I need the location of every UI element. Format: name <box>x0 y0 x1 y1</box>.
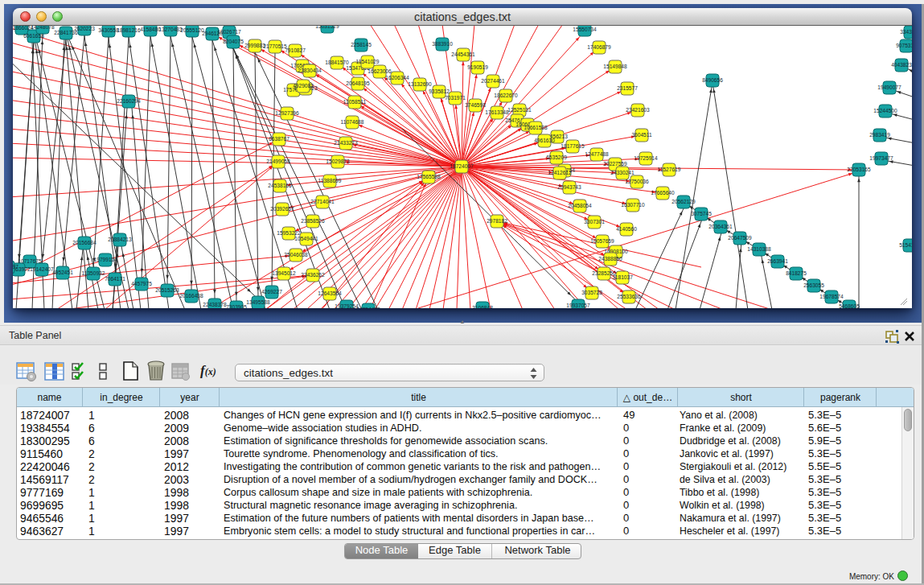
svg-text:2315577: 2315577 <box>617 85 638 91</box>
svg-text:19799114: 19799114 <box>94 257 117 262</box>
svg-text:2258145: 2258145 <box>351 42 372 47</box>
svg-text:20647509: 20647509 <box>728 235 752 241</box>
svg-text:4457975: 4457975 <box>131 281 152 286</box>
svg-text:9075310: 9075310 <box>896 43 912 48</box>
svg-text:22714041: 22714041 <box>310 199 335 204</box>
svg-text:11541029: 11541029 <box>356 59 380 64</box>
svg-text:3883910: 3883910 <box>432 41 453 47</box>
svg-text:17406879: 17406879 <box>587 44 611 50</box>
svg-text:3604511: 3604511 <box>631 132 652 138</box>
svg-text:2983419: 2983419 <box>869 132 890 138</box>
svg-text:14310388: 14310388 <box>747 246 771 252</box>
svg-text:19379254: 19379254 <box>335 303 359 308</box>
svg-text:5468605: 5468605 <box>839 303 860 308</box>
svg-text:19937057: 19937057 <box>566 303 590 308</box>
svg-text:6638767: 6638767 <box>269 136 290 142</box>
svg-text:4140560: 4140560 <box>616 226 637 232</box>
svg-text:12927396: 12927396 <box>275 110 299 116</box>
svg-text:9335812: 9335812 <box>429 89 450 94</box>
svg-text:18724007: 18724007 <box>450 163 474 169</box>
svg-text:4961630: 4961630 <box>534 138 555 143</box>
svg-text:2563055: 2563055 <box>803 282 824 288</box>
svg-text:19490077: 19490077 <box>877 84 901 90</box>
svg-text:4158480: 4158480 <box>140 27 161 32</box>
svg-text:8418275: 8418275 <box>786 270 807 276</box>
svg-text:14248078: 14248078 <box>31 26 55 30</box>
svg-text:10057659: 10057659 <box>590 238 614 244</box>
svg-text:15149848: 15149848 <box>603 64 627 69</box>
svg-text:24538166: 24538166 <box>268 183 292 188</box>
svg-text:2978182: 2978182 <box>487 218 507 224</box>
svg-text:16307710: 16307710 <box>621 202 645 208</box>
svg-text:5840397: 5840397 <box>13 264 18 270</box>
svg-text:20166438: 20166438 <box>179 293 203 299</box>
svg-text:11388699: 11388699 <box>318 178 342 183</box>
svg-text:12477488: 12477488 <box>585 151 609 157</box>
svg-text:18981216: 18981216 <box>117 27 141 33</box>
svg-text:9190519: 9190519 <box>467 64 488 70</box>
svg-text:12525131: 12525131 <box>507 107 532 113</box>
svg-text:18622670: 18622670 <box>494 93 518 98</box>
svg-text:3343959: 3343959 <box>900 29 912 35</box>
svg-text:24388850: 24388850 <box>598 256 622 262</box>
svg-text:2663941: 2663941 <box>767 258 788 264</box>
svg-text:17565588: 17565588 <box>417 174 441 179</box>
svg-text:20458054: 20458054 <box>568 203 592 208</box>
svg-text:20515263: 20515263 <box>155 287 179 293</box>
svg-text:7064171: 7064171 <box>105 276 125 282</box>
svg-text:3106848: 3106848 <box>472 305 493 308</box>
svg-text:22053165: 22053165 <box>847 167 871 172</box>
svg-text:20555120: 20555120 <box>180 27 204 33</box>
svg-text:4043823: 4043823 <box>891 62 912 68</box>
svg-text:11058511: 11058511 <box>343 99 367 105</box>
svg-text:23858526: 23858526 <box>301 218 325 224</box>
svg-text:21433273: 21433273 <box>334 140 358 146</box>
svg-text:22160294: 22160294 <box>117 98 141 104</box>
svg-text:15953222: 15953222 <box>277 230 301 236</box>
svg-text:23884213: 23884213 <box>108 237 132 242</box>
svg-text:2620223: 2620223 <box>74 26 95 31</box>
svg-text:4952451: 4952451 <box>52 270 73 275</box>
svg-text:23830434: 23830434 <box>298 68 322 73</box>
svg-text:24894472: 24894472 <box>356 307 380 308</box>
svg-text:20227559: 20227559 <box>603 161 627 167</box>
svg-text:17613348: 17613348 <box>485 109 509 115</box>
svg-text:24454361: 24454361 <box>451 51 475 57</box>
svg-text:25533636: 25533636 <box>617 294 641 299</box>
svg-text:25046038: 25046038 <box>284 252 308 257</box>
svg-text:13945012: 13945012 <box>272 270 296 276</box>
svg-text:19678574: 19678574 <box>819 294 844 299</box>
svg-text:11074688: 11074688 <box>341 119 364 125</box>
svg-text:10661588: 10661588 <box>524 125 548 130</box>
svg-text:16206344: 16206344 <box>385 75 409 80</box>
svg-text:23421603: 23421603 <box>626 107 650 113</box>
svg-text:20364361: 20364361 <box>708 224 733 229</box>
svg-text:13495588: 13495588 <box>246 299 270 305</box>
svg-text:12412612: 12412612 <box>548 170 572 175</box>
svg-text:16623006: 16623006 <box>368 68 392 74</box>
svg-text:13270483: 13270483 <box>158 27 183 32</box>
svg-text:2999883: 2999883 <box>244 43 265 48</box>
svg-text:20156684: 20156684 <box>72 240 97 245</box>
svg-text:3035728: 3035728 <box>581 290 602 295</box>
svg-text:18841570: 18841570 <box>325 60 349 65</box>
svg-text:20392657: 20392657 <box>270 206 294 212</box>
svg-text:15029873: 15029873 <box>326 159 350 164</box>
svg-text:11350932: 11350932 <box>82 270 105 276</box>
svg-text:3430558: 3430558 <box>98 27 119 33</box>
svg-text:23436262: 23436262 <box>301 272 325 278</box>
svg-text:19973477: 19973477 <box>869 155 893 161</box>
svg-text:20562129: 20562129 <box>671 199 696 204</box>
svg-text:20943743: 20943743 <box>557 184 581 190</box>
svg-text:5154104: 5154104 <box>899 242 912 248</box>
svg-text:17665640: 17665640 <box>651 190 675 196</box>
svg-text:15550734: 15550734 <box>573 27 597 32</box>
svg-text:3181037: 3181037 <box>612 274 633 280</box>
svg-text:11527619: 11527619 <box>658 167 681 172</box>
svg-text:15031529: 15031529 <box>315 26 339 29</box>
svg-text:22438378: 22438378 <box>203 302 227 307</box>
svg-text:15244500: 15244500 <box>873 108 897 113</box>
svg-text:18026717: 18026717 <box>217 29 241 35</box>
svg-text:7303905: 7303905 <box>226 304 247 308</box>
svg-text:6535209: 6535209 <box>546 154 567 160</box>
